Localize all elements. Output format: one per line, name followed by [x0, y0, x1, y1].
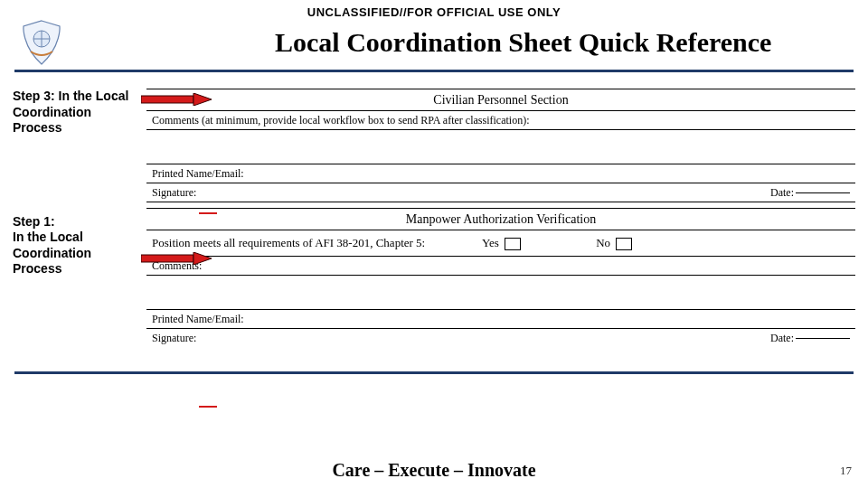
form-excerpt: Civilian Personnel Section Comments (at … — [146, 89, 855, 366]
footer-motto: Care – Execute – Innovate — [52, 460, 816, 481]
no-checkbox — [616, 238, 632, 250]
comments2-label-row: Comments: — [146, 257, 855, 276]
svg-rect-5 — [141, 255, 193, 262]
printed-name-row: Printed Name/Email: — [146, 164, 855, 183]
svg-rect-3 — [141, 96, 193, 103]
signature-row-2: Signature: Date: — [146, 329, 855, 347]
section2-header: Manpower Authorization Verification — [146, 208, 855, 230]
page-number: 17 — [816, 464, 852, 478]
comments-field — [146, 130, 855, 164]
classification-banner: UNCLASSIFIED//FOR OFFICIAL USE ONLY — [14, 5, 854, 19]
callout-step3: Step 3: In the Local Coordination Proces… — [13, 89, 139, 136]
bottom-divider — [14, 371, 854, 374]
org-shield-icon — [14, 19, 69, 66]
red-underline-icon — [199, 212, 217, 214]
printed-name-row-2: Printed Name/Email: — [146, 310, 855, 329]
signature-row: Signature: Date: — [146, 183, 855, 202]
red-arrow-icon — [141, 252, 212, 265]
red-arrow-icon — [141, 93, 212, 106]
comments2-field — [146, 276, 855, 310]
section1-header: Civilian Personnel Section — [146, 89, 855, 111]
comments-instruction: Comments (at minimum, provide local work… — [146, 111, 855, 130]
red-underline-icon — [199, 406, 217, 408]
yes-checkbox — [505, 238, 521, 250]
svg-marker-6 — [193, 252, 212, 265]
svg-marker-4 — [193, 93, 212, 106]
requirements-question-row: Position meets all requirements of AFI 3… — [146, 230, 855, 257]
callout-step1: Step 1: In the Local Coordination Proces… — [13, 214, 139, 277]
slide-title: Local Coordination Sheet Quick Reference — [76, 27, 854, 58]
